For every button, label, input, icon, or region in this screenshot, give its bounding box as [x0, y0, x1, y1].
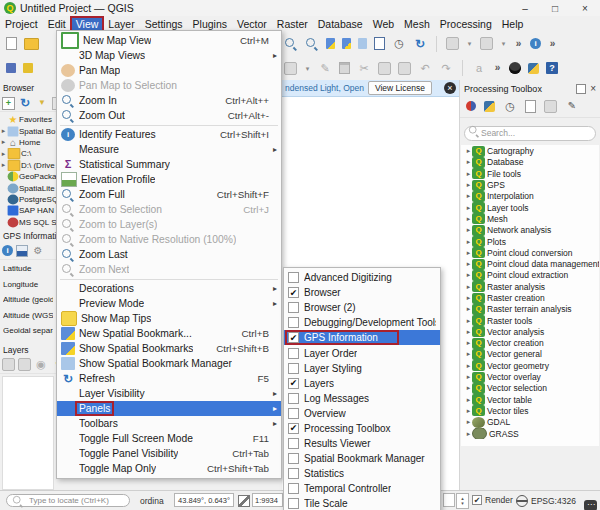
render-checkbox[interactable]: [472, 495, 482, 505]
refresh-tb-icon[interactable]: ↻: [413, 37, 427, 51]
menubar-item[interactable]: Help: [497, 17, 529, 31]
bookmark-mgr-icon[interactable]: [358, 38, 367, 49]
trash-gray-icon[interactable]: [339, 62, 350, 74]
panels-submenu-item[interactable]: Spatial Bookmark Manager: [284, 451, 440, 466]
message-icon[interactable]: ⋯: [584, 500, 597, 510]
refresh-tb-icon[interactable]: ↻: [18, 96, 32, 110]
book-icon[interactable]: [374, 37, 385, 50]
redo-gray-icon[interactable]: ↷: [439, 61, 453, 75]
scissors-gray-icon[interactable]: ✂: [357, 61, 371, 75]
processing-category[interactable]: Q Vector tiles: [461, 405, 599, 416]
magnifier-display[interactable]: [443, 493, 455, 507]
dd-icon[interactable]: ▾: [500, 37, 507, 51]
browser-tree-item[interactable]: GeoPacka: [0, 171, 56, 182]
layout-gray-icon[interactable]: [480, 37, 493, 50]
expand-arrow-icon[interactable]: [0, 127, 7, 135]
docp-icon[interactable]: [525, 100, 536, 113]
menubar-item[interactable]: Processing: [435, 17, 497, 31]
view-menu-item[interactable]: New Spatial Bookmark... Ctrl+B: [57, 326, 281, 341]
panels-submenu-item[interactable]: Log Messages: [284, 391, 440, 406]
processing-category[interactable]: Q Vector analysis: [461, 326, 599, 337]
crs-display[interactable]: EPSG:4326: [531, 496, 576, 506]
pencil-icon[interactable]: ✎: [565, 99, 579, 113]
view-menu-item[interactable]: Zoom to Layer(s): [57, 217, 281, 232]
menubar-item[interactable]: Layer: [103, 17, 139, 31]
expand-arrow-icon[interactable]: [465, 158, 472, 166]
open-gray-icon[interactable]: [2, 358, 15, 371]
help-icon[interactable]: ?: [546, 62, 558, 74]
view-menu-item[interactable]: Zoom to Native Resolution (100%): [57, 232, 281, 247]
view-menu-item[interactable]: Preview Mode: [57, 296, 281, 311]
menubar-item[interactable]: Plugins: [188, 17, 232, 31]
expand-arrow-icon[interactable]: [465, 430, 472, 438]
cube-yellow-icon[interactable]: [23, 63, 33, 73]
expand-arrow-icon[interactable]: [465, 384, 472, 392]
processing-category[interactable]: Q Layer tools: [461, 202, 599, 213]
view-menu-item[interactable]: Toggle Full Screen Mode F11: [57, 431, 281, 446]
panels-submenu-item[interactable]: Debugging/Development Tools: [284, 315, 440, 330]
clock-icon[interactable]: ◷: [392, 37, 406, 51]
expand-arrow-icon[interactable]: [465, 396, 472, 404]
view-menu-item[interactable]: Toggle Map Only Ctrl+Shift+Tab: [57, 461, 281, 476]
extent-icon[interactable]: [238, 495, 250, 507]
view-menu-item[interactable]: Panels: [57, 401, 281, 416]
gear-gray-icon[interactable]: ⚙: [31, 244, 45, 258]
python-icon[interactable]: [528, 63, 539, 74]
processing-category[interactable]: Q Cartography: [461, 146, 599, 157]
processing-category[interactable]: Q Mesh: [461, 213, 599, 224]
panels-submenu-item[interactable]: Tile Scale: [284, 496, 440, 510]
view-menu-item[interactable]: Show Spatial Bookmark Manager: [57, 356, 281, 371]
processing-category[interactable]: Q Point cloud data management: [461, 258, 599, 269]
view-menu-item[interactable]: 3D Map Views: [57, 48, 281, 63]
undo-gray-icon[interactable]: ↶: [418, 61, 432, 75]
view-menu-item[interactable]: Show Spatial Bookmarks Ctrl+Shift+B: [57, 341, 281, 356]
menubar-item[interactable]: Raster: [272, 17, 313, 31]
checkbox[interactable]: [288, 287, 299, 298]
identify-info-icon[interactable]: i: [530, 38, 541, 49]
history-icon[interactable]: ◷: [503, 99, 517, 113]
expand-arrow-icon[interactable]: [0, 138, 7, 146]
view-menu-item[interactable]: Show Map Tips: [57, 311, 281, 326]
view-menu-item[interactable]: Zoom Last: [57, 247, 281, 262]
processing-category[interactable]: Q Raster creation: [461, 292, 599, 303]
chev-icon[interactable]: »: [493, 61, 502, 75]
processing-category[interactable]: GRASS: [461, 428, 599, 439]
processing-category[interactable]: Q Interpolation: [461, 191, 599, 202]
processing-category[interactable]: Q Vector table: [461, 394, 599, 405]
panels-submenu-item[interactable]: Layer Styling: [284, 361, 440, 376]
expand-arrow-icon[interactable]: [465, 328, 472, 336]
processing-category[interactable]: Q Raster terrain analysis: [461, 304, 599, 315]
label-gray-icon[interactable]: a: [472, 61, 486, 75]
expand-arrow-icon[interactable]: [465, 238, 472, 246]
browser-tree-item[interactable]: ⌂ Home: [0, 137, 56, 148]
view-menu-item[interactable]: Pan Map to Selection: [57, 78, 281, 93]
processing-category[interactable]: Q Database: [461, 157, 599, 168]
close-icon[interactable]: ×: [444, 82, 456, 94]
checkbox[interactable]: [288, 498, 299, 509]
processing-category[interactable]: Q Point cloud extraction: [461, 270, 599, 281]
menubar-item[interactable]: Project: [0, 17, 43, 31]
zoom-next-tb-icon[interactable]: [305, 37, 319, 51]
view-menu-item[interactable]: Measure: [57, 142, 281, 157]
chev-icon[interactable]: »: [548, 37, 557, 51]
coordinate-display[interactable]: 43.849°, 0.643°: [174, 493, 234, 507]
view-menu-item[interactable]: Zoom Next: [57, 262, 281, 277]
panels-submenu-item[interactable]: Advanced Digitizing: [284, 270, 440, 285]
win-max-icon[interactable]: □: [540, 1, 570, 16]
panels-submenu-item[interactable]: Layers: [284, 376, 440, 391]
model-icon[interactable]: [466, 101, 476, 111]
expand-arrow-icon[interactable]: [465, 283, 472, 291]
browser-tree-item[interactable]: D:\ (Drive: [0, 160, 56, 171]
expand-arrow-icon[interactable]: [465, 170, 472, 178]
processing-category[interactable]: Q GPS: [461, 179, 599, 190]
browser-tree-item[interactable]: PostgreSQ: [0, 194, 56, 205]
menubar-item[interactable]: Edit: [43, 17, 71, 31]
processing-category[interactable]: Q Vector general: [461, 349, 599, 360]
checkbox[interactable]: [288, 302, 299, 313]
expand-arrow-icon[interactable]: [0, 161, 7, 169]
map-export-gray-icon[interactable]: [446, 37, 459, 50]
checkbox[interactable]: [288, 332, 299, 343]
checkbox[interactable]: [288, 317, 299, 328]
processing-category[interactable]: Q Raster analysis: [461, 281, 599, 292]
funnel-icon[interactable]: ▼: [35, 96, 49, 110]
